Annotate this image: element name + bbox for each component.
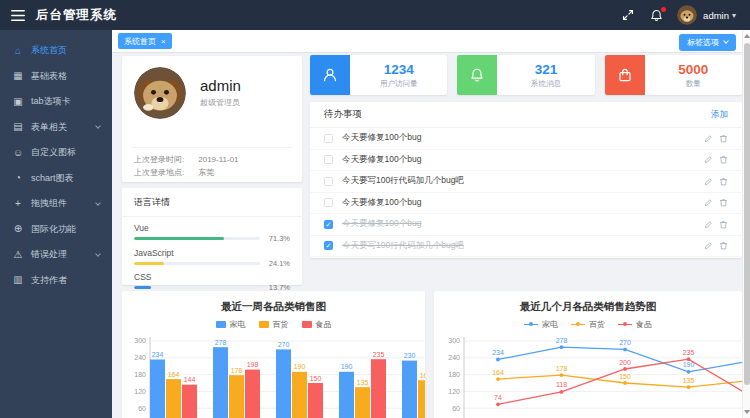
svg-text:230: 230 <box>404 352 416 359</box>
edit-icon[interactable] <box>704 241 713 250</box>
sidebar-item-home[interactable]: ⌂系统首页 <box>0 38 112 64</box>
notifications-bell-icon[interactable] <box>650 9 663 22</box>
profile-info-value: 东莞 <box>198 166 214 179</box>
edit-icon[interactable] <box>704 220 713 229</box>
legend-item: 食品 <box>618 319 652 330</box>
edit-icon[interactable] <box>704 177 713 186</box>
delete-icon[interactable] <box>719 134 728 143</box>
user-name[interactable]: admin <box>703 10 729 21</box>
delete-icon[interactable] <box>719 155 728 164</box>
svg-text:240: 240 <box>134 354 146 361</box>
fullscreen-icon[interactable] <box>622 9 634 21</box>
sidebar-item-icons[interactable]: ☺自定义图标 <box>0 140 112 166</box>
svg-text:135: 135 <box>683 377 695 384</box>
chevron-down-icon <box>95 200 101 206</box>
todo-checkbox[interactable] <box>324 198 333 207</box>
language-name: CSS <box>134 272 290 282</box>
language-row: JavaScript24.1% <box>134 248 290 268</box>
svg-text:190: 190 <box>294 363 306 370</box>
todo-text: 今天要修复100个bug <box>342 132 421 144</box>
todo-checkbox[interactable]: ✓ <box>324 241 333 250</box>
svg-text:240: 240 <box>448 354 460 361</box>
svg-text:160: 160 <box>420 372 425 379</box>
delete-icon[interactable] <box>719 198 728 207</box>
svg-text:235: 235 <box>373 351 385 358</box>
edit-icon[interactable] <box>704 198 713 207</box>
globe-icon: ⊕ <box>12 224 24 234</box>
scroll-down-arrow[interactable] <box>744 410 750 414</box>
sidebar-item-label: 基础表格 <box>31 70 67 83</box>
stat-label: 数量 <box>686 79 701 89</box>
todo-card: 待办事项 添加 今天要修复100个bug今天要修复100个bug今天要写100行… <box>310 102 742 258</box>
legend-label: 食品 <box>636 319 652 330</box>
progress-bar <box>134 286 260 289</box>
shopping-bag-icon <box>605 55 645 95</box>
sidebar-item-forms[interactable]: ▤表单相关 <box>0 115 112 141</box>
svg-text:180: 180 <box>448 371 460 378</box>
sidebar-item-tabs[interactable]: ▣tab选项卡 <box>0 89 112 115</box>
todo-checkbox[interactable] <box>324 134 333 143</box>
scrollbar-thumb[interactable] <box>744 43 750 385</box>
stat-label: 系统消息 <box>531 79 561 89</box>
edit-icon[interactable] <box>704 155 713 164</box>
profile-info-label: 上次登录时间: <box>134 153 184 166</box>
sidebar-item-drag[interactable]: +拖拽组件 <box>0 191 112 217</box>
svg-text:74: 74 <box>494 394 502 401</box>
scroll-up-arrow[interactable] <box>744 34 750 38</box>
page-scrollbar <box>742 30 750 418</box>
sidebar-item-i18n[interactable]: ⊕国际化功能 <box>0 217 112 243</box>
bar-chart-card: 最近一周各品类销售图 家电百货食品 6012018024030023416414… <box>122 291 425 418</box>
divider <box>122 216 302 217</box>
profile-info-value: 2019-11-01 <box>198 153 238 166</box>
todo-text: 今天要修复100个bug <box>342 218 421 230</box>
todo-add-link[interactable]: 添加 <box>711 109 728 121</box>
menu-toggle-icon[interactable] <box>11 10 25 21</box>
tag-options-button[interactable]: 标签选项 <box>679 34 736 51</box>
todo-checkbox[interactable] <box>324 177 333 186</box>
user-menu-caret-icon[interactable]: ▾ <box>732 11 736 20</box>
svg-text:60: 60 <box>452 405 460 412</box>
sidebar-item-charts[interactable]: ◔schart图表 <box>0 166 112 192</box>
svg-text:144: 144 <box>184 376 196 383</box>
line-chart: 6012018024030023427827019023016417815013… <box>438 333 742 418</box>
todo-checkbox[interactable]: ✓ <box>324 220 333 229</box>
delete-icon[interactable] <box>719 241 728 250</box>
sidebar-item-errors[interactable]: ⚠错误处理 <box>0 242 112 268</box>
sidebar-item-donate[interactable]: ▥支持作者 <box>0 268 112 294</box>
delete-icon[interactable] <box>719 177 728 186</box>
tabs-icon: ▣ <box>12 97 24 107</box>
profile-role: 超级管理员 <box>200 97 241 108</box>
close-icon[interactable]: × <box>161 37 166 46</box>
tab-bar: 系统首页 × 标签选项 <box>112 30 750 53</box>
legend-swatch <box>259 321 269 328</box>
line-chart-title: 最近几个月各品类销售趋势图 <box>434 291 742 314</box>
user-icon <box>310 55 350 95</box>
profile-avatar <box>134 67 186 119</box>
language-percent: 71.3% <box>260 234 290 243</box>
sidebar-item-label: tab选项卡 <box>31 95 71 108</box>
language-card-title: 语言详情 <box>134 196 290 209</box>
edit-icon[interactable] <box>704 134 713 143</box>
svg-text:178: 178 <box>556 365 568 372</box>
legend-swatch <box>302 321 312 328</box>
delete-icon[interactable] <box>719 220 728 229</box>
language-card: 语言详情 Vue71.3%JavaScript24.1%CSS13.7%HTML… <box>122 188 302 285</box>
sidebar-item-tables[interactable]: ▦基础表格 <box>0 64 112 90</box>
tab-home[interactable]: 系统首页 × <box>118 33 172 49</box>
table-icon: ▦ <box>12 71 24 81</box>
user-avatar[interactable] <box>677 5 697 25</box>
todo-item: ✓今天要修复100个bug <box>310 214 742 236</box>
chevron-down-icon <box>95 123 101 129</box>
todo-title: 待办事项 <box>324 108 362 121</box>
svg-text:60: 60 <box>138 405 146 412</box>
svg-text:120: 120 <box>448 388 460 395</box>
svg-text:200: 200 <box>619 359 631 366</box>
legend-item: 家电 <box>524 319 558 330</box>
legend-line-marker <box>524 324 538 326</box>
progress-bar <box>134 237 260 240</box>
legend-item: 百货 <box>571 319 605 330</box>
sidebar-item-label: 拖拽组件 <box>31 197 67 210</box>
todo-checkbox[interactable] <box>324 155 333 164</box>
language-name: Vue <box>134 223 290 233</box>
svg-text:150: 150 <box>310 375 322 382</box>
